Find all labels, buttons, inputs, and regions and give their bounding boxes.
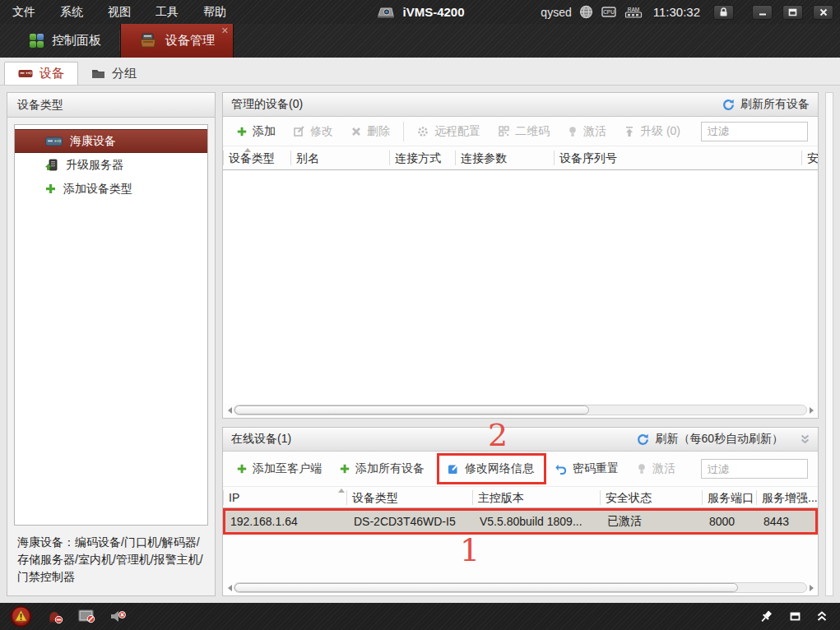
menu-view[interactable]: 视图 bbox=[95, 0, 143, 24]
subtab-group[interactable]: 分组 bbox=[78, 62, 150, 85]
refresh-all-devices-button[interactable]: 刷新所有设备 bbox=[722, 97, 810, 112]
managed-horizontal-scrollbar[interactable] bbox=[224, 404, 817, 416]
menu-help[interactable]: 帮助 bbox=[191, 0, 239, 24]
online-device-row[interactable]: 192.168.1.64 DS-2CD3T46WD-I5 V5.5.80buil… bbox=[225, 511, 815, 532]
minimize-button[interactable] bbox=[752, 5, 773, 20]
hikvision-device-icon bbox=[45, 137, 63, 146]
column-header[interactable]: 主控版本 bbox=[472, 490, 600, 505]
ram-usage-icon[interactable]: RAM bbox=[624, 6, 643, 19]
modify-network-info-button[interactable]: 修改网络信息 bbox=[444, 458, 537, 479]
refresh-online-button[interactable]: 刷新（每60秒自动刷新） bbox=[637, 432, 783, 447]
device-subtab-icon bbox=[18, 69, 33, 78]
activate-button[interactable]: 激活 bbox=[559, 121, 615, 142]
titlebar: 文件 系统 视图 工具 帮助 iVMS-4200 qysed bbox=[0, 0, 840, 24]
column-header[interactable]: IP bbox=[223, 490, 346, 505]
add-plus-icon bbox=[237, 464, 247, 474]
content-area: 设备类型 海康设备 bbox=[0, 86, 840, 603]
menu-file[interactable]: 文件 bbox=[0, 0, 48, 24]
tree-item-label: 升级服务器 bbox=[66, 158, 123, 173]
close-button[interactable] bbox=[813, 5, 833, 20]
tree-item-upgrade-server[interactable]: 升级服务器 bbox=[15, 153, 207, 177]
managed-devices-section: 管理的设备(0) 刷新所有设备 添加 bbox=[222, 92, 819, 419]
edit-network-icon bbox=[448, 463, 459, 475]
screen-capture-icon[interactable] bbox=[78, 609, 95, 623]
column-header[interactable]: 设备类型 bbox=[223, 151, 290, 165]
scroll-left-icon[interactable] bbox=[225, 406, 234, 415]
button-label: 添加 bbox=[253, 124, 276, 139]
managed-devices-header: 管理的设备(0) 刷新所有设备 bbox=[223, 93, 818, 117]
menu-tools[interactable]: 工具 bbox=[143, 0, 191, 24]
annotation-step1-number: 1 bbox=[460, 532, 480, 568]
collapse-section-icon[interactable] bbox=[801, 434, 810, 444]
column-header[interactable]: 连接方式 bbox=[389, 151, 455, 165]
tree-item-label: 海康设备 bbox=[70, 134, 116, 149]
button-label: 升级 (0) bbox=[640, 124, 680, 139]
column-header[interactable]: 服务增强... bbox=[756, 490, 818, 505]
column-header[interactable]: 别名 bbox=[290, 151, 389, 165]
scroll-right-icon[interactable] bbox=[807, 406, 815, 415]
modify-device-button[interactable]: 修改 bbox=[285, 121, 342, 142]
tab-label: 设备管理 bbox=[165, 33, 215, 49]
pin-icon[interactable] bbox=[759, 609, 773, 624]
add-to-client-button[interactable]: 添加至客户端 bbox=[228, 458, 331, 479]
button-label: 激活 bbox=[583, 124, 606, 139]
alarm-center-icon[interactable] bbox=[10, 605, 32, 628]
restore-window-icon[interactable] bbox=[790, 612, 801, 621]
cell-security-status: 已激活 bbox=[602, 514, 704, 529]
reset-password-button[interactable]: 密码重置 bbox=[546, 458, 628, 479]
collapse-statusbar-icon[interactable] bbox=[817, 611, 827, 622]
online-horizontal-scrollbar[interactable] bbox=[224, 581, 817, 594]
network-globe-icon[interactable] bbox=[579, 5, 593, 19]
cell-device-type: DS-2CD3T46WD-I5 bbox=[349, 515, 475, 528]
add-all-devices-button[interactable]: 添加所有设备 bbox=[331, 458, 434, 479]
online-toolbar: 添加至客户端 添加所有设备 bbox=[223, 452, 818, 487]
delete-x-icon bbox=[351, 127, 361, 137]
device-type-header: 设备类型 bbox=[7, 93, 215, 118]
sort-ascending-icon bbox=[244, 148, 251, 152]
add-device-button[interactable]: 添加 bbox=[228, 121, 285, 142]
delete-device-button[interactable]: 删除 bbox=[342, 121, 399, 142]
device-panels: 管理的设备(0) 刷新所有设备 添加 bbox=[222, 92, 819, 596]
cpu-usage-icon[interactable]: CPU bbox=[601, 6, 617, 19]
tab-control-panel[interactable]: 控制面板 bbox=[12, 24, 119, 58]
column-header[interactable]: 设备序列号 bbox=[554, 151, 801, 165]
column-header[interactable]: 服务端口 bbox=[702, 490, 756, 505]
menu-system[interactable]: 系统 bbox=[48, 0, 95, 24]
tree-item-add-device-type[interactable]: 添加设备类型 bbox=[15, 177, 207, 201]
username-label: qysed bbox=[541, 6, 571, 19]
cell-port: 8000 bbox=[704, 515, 759, 528]
online-table-header: IP 设备类型 主控版本 安全状态 服务端口 服务增强... bbox=[223, 487, 818, 508]
column-header[interactable]: 安全状态 bbox=[600, 490, 702, 505]
tree-item-hikvision-device[interactable]: 海康设备 bbox=[15, 129, 207, 153]
activate-online-button[interactable]: 激活 bbox=[628, 458, 685, 479]
column-header[interactable]: 连接参数 bbox=[455, 151, 554, 165]
bulb-icon bbox=[637, 463, 647, 475]
column-header[interactable]: 安全状态 bbox=[801, 151, 818, 165]
vertical-scrollbar[interactable] bbox=[825, 92, 833, 596]
column-header[interactable]: 设备类型 bbox=[346, 490, 472, 505]
qr-code-button[interactable]: 二维码 bbox=[490, 121, 559, 142]
refresh-icon bbox=[637, 433, 649, 446]
button-label: 激活 bbox=[652, 461, 675, 476]
online-filter-input[interactable] bbox=[701, 459, 808, 479]
svg-text:CPU: CPU bbox=[603, 9, 615, 15]
clock-label: 11:30:32 bbox=[653, 5, 700, 19]
annotation-step2-number: 2 bbox=[488, 417, 508, 453]
tab-close-icon[interactable]: ✕ bbox=[221, 26, 229, 35]
scroll-right-icon[interactable] bbox=[807, 584, 815, 592]
scroll-left-icon[interactable] bbox=[225, 584, 234, 592]
managed-filter-input[interactable] bbox=[701, 122, 808, 141]
button-label: 二维码 bbox=[515, 124, 550, 139]
remote-config-button[interactable]: 远程配置 bbox=[408, 121, 490, 142]
status-bar bbox=[0, 603, 840, 630]
event-log-icon[interactable] bbox=[47, 609, 63, 624]
maximize-button[interactable] bbox=[782, 5, 803, 20]
upgrade-arrow-icon bbox=[624, 126, 634, 137]
upgrade-button[interactable]: 升级 (0) bbox=[615, 121, 689, 142]
audio-muted-icon[interactable] bbox=[110, 609, 127, 623]
subtab-device[interactable]: 设备 bbox=[4, 62, 78, 85]
managed-table-header: 设备类型 别名 连接方式 连接参数 设备序列号 安全状态 bbox=[223, 146, 818, 170]
tab-device-management[interactable]: 设备管理 ✕ bbox=[120, 24, 234, 58]
online-devices-section: 在线设备(1) 刷新（每60秒自动刷新） bbox=[222, 427, 819, 596]
lock-screen-button[interactable] bbox=[713, 5, 734, 20]
